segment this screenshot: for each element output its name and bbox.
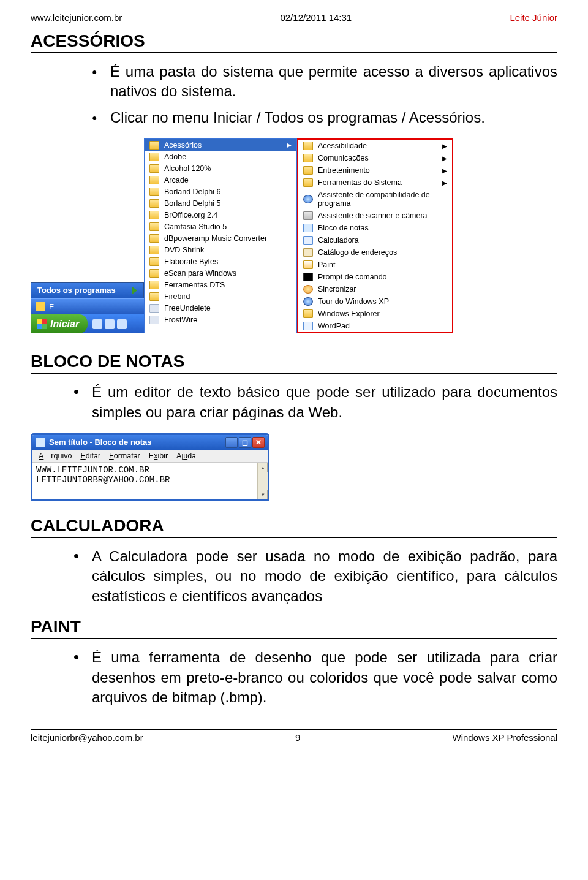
bullet-dot-icon: • bbox=[74, 382, 92, 401]
menu-item[interactable]: Ferramentas DTS bbox=[145, 279, 296, 290]
menu-item[interactable]: Borland Delphi 6 bbox=[145, 186, 296, 197]
taskbar-icon-3[interactable] bbox=[117, 319, 127, 329]
tour-icon bbox=[303, 297, 313, 306]
menu-label: Camtasia Studio 5 bbox=[164, 222, 227, 231]
submenu-item[interactable]: Catálogo de endereços bbox=[298, 246, 452, 259]
menu-item[interactable]: BrOffice.org 2.4 bbox=[145, 209, 296, 221]
menu-label: eScan para Windows bbox=[164, 269, 236, 278]
logoff-row[interactable]: F bbox=[31, 298, 144, 314]
folder-icon bbox=[149, 234, 159, 243]
bullet-dot-icon: • bbox=[74, 547, 92, 565]
folder-icon bbox=[303, 142, 313, 150]
menu-label: Ferramentas do Sistema bbox=[318, 178, 402, 187]
start-button[interactable]: Iniciar bbox=[31, 314, 88, 333]
menu-label: Comunicações bbox=[318, 154, 369, 162]
maximize-button[interactable]: ◻ bbox=[239, 437, 251, 448]
menu-item[interactable]: FrostWire bbox=[145, 314, 296, 325]
menu-item[interactable]: Firebird bbox=[145, 290, 296, 302]
calculator-icon bbox=[303, 236, 313, 245]
menu-label: Tour do Windows XP bbox=[318, 297, 389, 306]
scroll-down-button[interactable]: ▾ bbox=[258, 490, 268, 499]
vertical-scrollbar[interactable]: ▴ ▾ bbox=[257, 463, 268, 499]
submenu-item[interactable]: Entretenimento▶ bbox=[298, 164, 452, 176]
menu-label: Borland Delphi 5 bbox=[164, 199, 221, 208]
wordpad-icon bbox=[303, 322, 313, 330]
acessorios-bullet-1: É uma pasta do sistema que permite acess… bbox=[110, 62, 557, 102]
menu-item[interactable]: Adobe bbox=[145, 151, 296, 162]
all-programs-label: Todos os programas bbox=[37, 286, 116, 295]
folder-icon bbox=[149, 188, 159, 196]
notepad-textarea[interactable]: WWW.LEITEJUNIOR.COM.BR LEITEJUNIORBR@YAH… bbox=[32, 463, 257, 499]
folder-icon bbox=[303, 166, 313, 175]
notepad-titlebar[interactable]: Sem título - Bloco de notas _ ◻ ✕ bbox=[32, 435, 268, 450]
submenu-item[interactable]: Ferramentas do Sistema▶ bbox=[298, 176, 452, 189]
menu-item[interactable]: Camtasia Studio 5 bbox=[145, 221, 296, 232]
menu-label: Adobe bbox=[164, 153, 186, 161]
menu-item[interactable]: dBpoweramp Music Converter bbox=[145, 232, 296, 244]
submenu-item[interactable]: Tour do Windows XP bbox=[298, 295, 452, 308]
menu-label: Prompt de comando bbox=[318, 273, 387, 281]
menu-item[interactable]: DVD Shrink bbox=[145, 244, 296, 256]
menu-label: Sincronizar bbox=[318, 285, 356, 294]
submenu-item[interactable]: Paint bbox=[298, 259, 452, 271]
menu-arquivo[interactable]: Arquivo bbox=[35, 451, 75, 461]
submenu-item[interactable]: Comunicações▶ bbox=[298, 152, 452, 164]
folder-icon bbox=[303, 154, 313, 162]
taskbar-ie-icon[interactable] bbox=[92, 319, 102, 329]
menu-label: BrOffice.org 2.4 bbox=[164, 211, 217, 219]
submenu-item[interactable]: Bloco de notas bbox=[298, 222, 452, 234]
menu-exibir[interactable]: Exibir bbox=[145, 451, 172, 461]
menu-label: Elaborate Bytes bbox=[164, 257, 218, 266]
notepad-line-2: LEITEJUNIORBR@YAHOO.COM.BR bbox=[36, 475, 170, 485]
submenu-item[interactable]: Acessibilidade▶ bbox=[298, 140, 452, 152]
paint-bullet-1: É uma ferramenta de desenho que pode ser… bbox=[92, 648, 557, 707]
submenu-item[interactable]: WordPad bbox=[298, 320, 452, 332]
start-menu-figure: Todos os programas F Iniciar Acessórios▶… bbox=[31, 138, 557, 333]
menu-label: WordPad bbox=[318, 322, 350, 330]
notepad-line-1: WWW.LEITEJUNIOR.COM.BR bbox=[36, 465, 149, 475]
submenu-item[interactable]: Prompt de comando bbox=[298, 271, 452, 283]
all-programs-button[interactable]: Todos os programas bbox=[31, 282, 144, 298]
menu-item[interactable]: Arcade bbox=[145, 174, 296, 186]
bullet-dot-icon: ● bbox=[92, 108, 110, 127]
menu-label: Arcade bbox=[164, 176, 189, 184]
submenu-item[interactable]: Calculadora bbox=[298, 234, 452, 246]
menu-label: Catálogo de endereços bbox=[318, 248, 397, 257]
heading-paint: PAINT bbox=[31, 617, 557, 639]
calculadora-bullet-1: A Calculadora pode ser usada no modo de … bbox=[92, 547, 557, 606]
text-caret-icon bbox=[170, 476, 170, 485]
menu-editar[interactable]: Editar bbox=[77, 451, 104, 461]
folder-icon bbox=[149, 199, 159, 208]
menu-item[interactable]: Elaborate Bytes bbox=[145, 256, 296, 267]
start-label: Iniciar bbox=[50, 319, 79, 330]
key-icon bbox=[36, 302, 45, 311]
scroll-up-button[interactable]: ▴ bbox=[258, 463, 268, 472]
menu-label: Firebird bbox=[164, 292, 190, 301]
addressbook-icon bbox=[303, 248, 313, 257]
minimize-button[interactable]: _ bbox=[225, 437, 238, 448]
menu-item-acessorios[interactable]: Acessórios▶ bbox=[145, 139, 296, 151]
menu-ajuda[interactable]: Ajuda bbox=[173, 451, 200, 461]
menu-item[interactable]: Alcohol 120% bbox=[145, 162, 296, 174]
folder-icon bbox=[149, 141, 159, 150]
submenu-item[interactable]: Assistente de scanner e câmera bbox=[298, 210, 452, 222]
menu-label: FreeUndelete bbox=[164, 304, 211, 313]
folder-icon bbox=[149, 222, 159, 231]
submenu-item[interactable]: Sincronizar bbox=[298, 283, 452, 295]
submenu-item[interactable]: Windows Explorer bbox=[298, 308, 452, 320]
header-right: Leite Júnior bbox=[510, 12, 557, 23]
menu-item[interactable]: FreeUndelete bbox=[145, 302, 296, 314]
close-button[interactable]: ✕ bbox=[252, 437, 265, 448]
taskbar-icon-2[interactable] bbox=[105, 319, 115, 329]
submenu-item[interactable]: Assistente de compatibilidade de program… bbox=[298, 189, 452, 210]
acessorios-submenu: Acessibilidade▶ Comunicações▶ Entretenim… bbox=[297, 138, 453, 333]
menu-label: Acessórios bbox=[164, 141, 202, 150]
notepad-icon bbox=[303, 224, 313, 232]
chevron-right-icon: ▶ bbox=[442, 155, 447, 162]
menu-formatar[interactable]: Formatar bbox=[105, 451, 144, 461]
menu-item[interactable]: eScan para Windows bbox=[145, 267, 296, 279]
app-icon bbox=[149, 316, 159, 324]
menu-item[interactable]: Borland Delphi 5 bbox=[145, 197, 296, 209]
paint-icon bbox=[303, 260, 313, 269]
windows-logo-icon bbox=[37, 319, 47, 329]
